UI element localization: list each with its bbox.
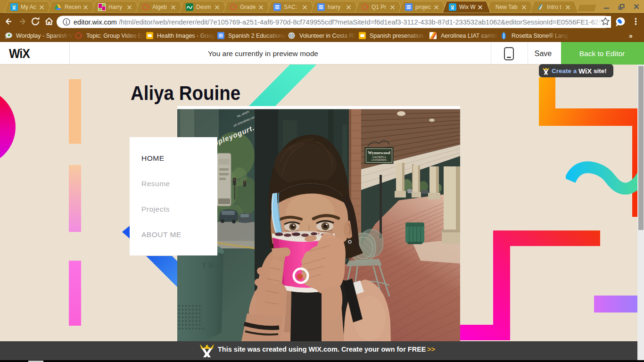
svg-text:Desm: Desm [196, 4, 211, 10]
svg-text:WiX: WiX [578, 67, 592, 75]
svg-text:Grade: Grade [240, 4, 256, 10]
svg-text:Create a: Create a [552, 67, 577, 74]
svg-text:Back to Editor: Back to Editor [579, 49, 625, 58]
svg-text:projec: projec [415, 4, 431, 10]
svg-text:»: » [629, 32, 633, 40]
svg-text:Wix W: Wix W [459, 4, 476, 10]
svg-text:harry: harry [328, 4, 340, 10]
svg-text:Intro t: Intro t [547, 4, 561, 10]
svg-text:WiX: WiX [9, 47, 31, 60]
svg-text:editor.wix.com: editor.wix.com [74, 18, 117, 26]
svg-text:Q1 Pr: Q1 Pr [372, 4, 386, 10]
svg-text:site!: site! [594, 67, 607, 74]
svg-text:Algeb: Algeb [152, 4, 167, 10]
svg-text:Recen: Recen [65, 4, 81, 10]
svg-text:This site was created using WI: This site was created using WIX.com. Cre… [218, 346, 426, 353]
svg-text:My Ac: My Ac [21, 4, 36, 10]
svg-text:/html/editor/web/renderer/edit: /html/editor/web/renderer/edit/7e105769-… [119, 18, 610, 26]
svg-text:Save: Save [535, 49, 552, 58]
svg-text:>>: >> [427, 346, 435, 353]
svg-text:New Tab: New Tab [495, 4, 518, 10]
svg-text:You are currently in preview m: You are currently in preview mode [208, 49, 318, 58]
svg-text:Harry: Harry [108, 4, 122, 10]
svg-text:SAC:: SAC: [284, 4, 297, 10]
